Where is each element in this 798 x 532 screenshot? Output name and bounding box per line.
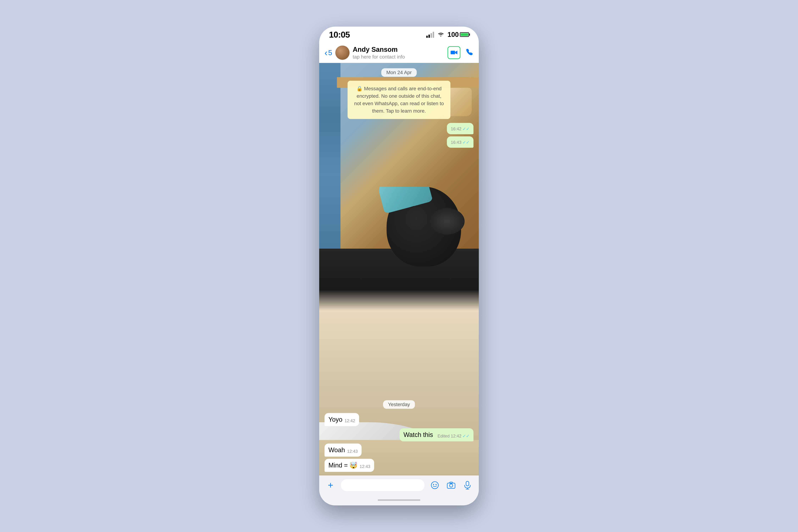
text-input-wrap <box>341 479 425 492</box>
spacer <box>324 150 474 396</box>
header-actions <box>448 46 474 59</box>
microphone-icon <box>464 481 471 490</box>
status-time: 10:05 <box>329 30 350 40</box>
message-row-woah: Woah 12:43 <box>324 443 474 457</box>
bubble-content-yoyo: Yoyo 12:42 <box>328 416 355 423</box>
bubble-content-mind: Mind = 🤯 12:43 <box>328 462 370 469</box>
yesterday-badge: Yesterday <box>383 400 415 409</box>
wifi-icon <box>437 31 444 38</box>
message-row-out2: 16:43 ✓✓ <box>324 136 474 148</box>
encryption-notice[interactable]: 🔒 Messages and calls are end-to-end encr… <box>347 81 451 119</box>
avatar-image <box>335 45 349 60</box>
svg-rect-0 <box>451 51 455 54</box>
bubble-woah[interactable]: Woah 12:43 <box>324 443 362 457</box>
video-call-button[interactable] <box>448 46 460 59</box>
chat-header: ‹ 5 Andy Sansom tap here for contact inf… <box>319 42 479 63</box>
bubble-time-yoyo: 12:42 <box>345 418 355 423</box>
svg-rect-6 <box>450 482 453 483</box>
battery-container: 100 <box>448 31 469 38</box>
contact-info[interactable]: Andy Sansom tap here for contact info <box>353 45 444 60</box>
message-row-watchthis: Watch this Edited 12:42 ✓✓ <box>324 428 474 441</box>
bubble-out2[interactable]: 16:43 ✓✓ <box>447 136 474 148</box>
sticker-icon <box>431 481 439 490</box>
svg-point-3 <box>436 484 437 485</box>
chat-area: Mon 24 Apr 🔒 Messages and calls are end-… <box>319 63 479 475</box>
plus-button[interactable]: + <box>324 479 337 492</box>
phone-call-button[interactable] <box>466 48 474 57</box>
battery-icon <box>460 32 469 37</box>
status-icons: 100 <box>426 31 469 38</box>
bubble-content-woah: Woah 12:43 <box>328 446 358 454</box>
bubble-text-watchthis: Watch this <box>403 431 433 439</box>
input-bar: + <box>319 475 479 495</box>
bubble-out1[interactable]: 16:42 ✓✓ <box>447 123 474 134</box>
input-row: + <box>324 479 474 492</box>
svg-point-5 <box>450 484 453 487</box>
battery-fill <box>461 33 468 36</box>
bubble-watchthis[interactable]: Watch this Edited 12:42 ✓✓ <box>400 428 474 441</box>
back-count: 5 <box>328 49 332 57</box>
back-chevron-icon: ‹ <box>324 48 327 57</box>
status-bar: 10:05 100 <box>319 26 479 42</box>
bubble-content-watchthis: Watch this Edited 12:42 ✓✓ <box>403 431 470 439</box>
svg-point-1 <box>431 482 438 489</box>
bubble-text-yoyo: Yoyo <box>328 416 342 423</box>
message-row-mind: Mind = 🤯 12:43 <box>324 459 474 472</box>
svg-point-2 <box>433 484 434 485</box>
bubble-time-watchthis <box>435 434 437 439</box>
date-badge: Mon 24 Apr <box>381 68 417 77</box>
bar3 <box>431 33 432 38</box>
bubble-time-woah: 12:43 <box>347 449 358 454</box>
bubble-time-mind: 12:43 <box>360 464 370 469</box>
bubble-time-out1: 16:42 <box>451 127 461 131</box>
contact-name: Andy Sansom <box>353 45 444 54</box>
bubble-meta-out1: 16:42 ✓✓ <box>451 127 470 131</box>
bubble-text-woah: Woah <box>328 446 345 454</box>
plus-icon: + <box>328 480 333 490</box>
bubble-text-mind: Mind = 🤯 <box>328 462 358 469</box>
bubble-time-out2: 16:43 <box>451 140 461 145</box>
home-indicator <box>319 495 479 506</box>
checkmarks-out1: ✓✓ <box>462 127 470 131</box>
bubble-edited-watchthis: Edited 12:42 <box>437 434 461 439</box>
avatar <box>335 45 349 60</box>
messages-container: Mon 24 Apr 🔒 Messages and calls are end-… <box>319 63 479 475</box>
checkmarks-watchthis: ✓✓ <box>462 434 470 439</box>
contact-subtitle: tap here for contact info <box>353 54 444 60</box>
camera-icon <box>447 482 455 489</box>
sticker-button[interactable] <box>429 479 441 492</box>
bar4 <box>433 32 434 38</box>
mic-button[interactable] <box>461 479 474 492</box>
message-row-out1: 16:42 ✓✓ <box>324 123 474 134</box>
signal-bars-icon <box>426 32 434 38</box>
camera-button[interactable] <box>445 479 457 492</box>
bar2 <box>429 35 430 38</box>
message-row-yoyo: Yoyo 12:42 <box>324 413 474 426</box>
bubble-meta-out2: 16:43 ✓✓ <box>451 140 470 145</box>
bar1 <box>426 36 428 38</box>
home-bar <box>378 499 420 501</box>
svg-rect-7 <box>466 481 469 486</box>
back-button[interactable]: ‹ 5 <box>324 48 332 57</box>
bubble-yoyo[interactable]: Yoyo 12:42 <box>324 413 359 426</box>
checkmarks-out2: ✓✓ <box>462 140 470 145</box>
phone-frame: 10:05 100 <box>319 26 479 506</box>
message-input[interactable] <box>345 482 420 489</box>
battery-text: 100 <box>448 31 459 38</box>
bubble-mind[interactable]: Mind = 🤯 12:43 <box>324 459 374 472</box>
video-camera-icon <box>451 49 457 57</box>
